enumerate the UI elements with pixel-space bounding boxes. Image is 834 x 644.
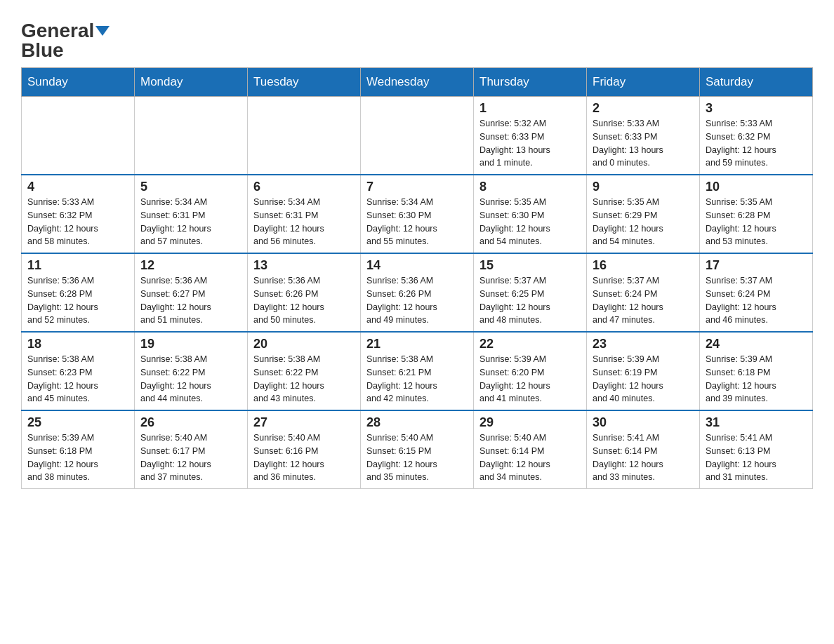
- day-number: 2: [593, 101, 694, 116]
- day-number: 7: [366, 180, 468, 194]
- day-number: 13: [253, 258, 355, 273]
- weekday-header-tuesday: Tuesday: [248, 68, 361, 97]
- day-info: Sunrise: 5:38 AMSunset: 6:21 PMDaylight:…: [366, 353, 468, 405]
- calendar-cell: 14Sunrise: 5:36 AMSunset: 6:26 PMDayligh…: [361, 253, 474, 332]
- calendar-cell: 30Sunrise: 5:41 AMSunset: 6:14 PMDayligh…: [587, 410, 700, 489]
- calendar-cell: 26Sunrise: 5:40 AMSunset: 6:17 PMDayligh…: [135, 410, 248, 489]
- calendar-week-row: 11Sunrise: 5:36 AMSunset: 6:28 PMDayligh…: [22, 253, 813, 332]
- calendar-cell: [248, 97, 361, 175]
- page-header: General Blue: [21, 14, 813, 60]
- calendar-cell: 23Sunrise: 5:39 AMSunset: 6:19 PMDayligh…: [587, 332, 700, 410]
- calendar-week-row: 18Sunrise: 5:38 AMSunset: 6:23 PMDayligh…: [22, 332, 813, 410]
- day-info: Sunrise: 5:36 AMSunset: 6:27 PMDaylight:…: [140, 274, 241, 327]
- calendar-cell: [361, 97, 474, 175]
- calendar-week-row: 4Sunrise: 5:33 AMSunset: 6:32 PMDaylight…: [22, 175, 813, 253]
- day-info: Sunrise: 5:37 AMSunset: 6:25 PMDaylight:…: [479, 274, 581, 327]
- calendar-cell: 13Sunrise: 5:36 AMSunset: 6:26 PMDayligh…: [248, 253, 361, 332]
- day-info: Sunrise: 5:40 AMSunset: 6:17 PMDaylight:…: [140, 431, 241, 484]
- day-info: Sunrise: 5:35 AMSunset: 6:30 PMDaylight:…: [479, 196, 581, 248]
- day-info: Sunrise: 5:36 AMSunset: 6:26 PMDaylight:…: [253, 274, 355, 327]
- calendar-cell: 24Sunrise: 5:39 AMSunset: 6:18 PMDayligh…: [700, 332, 813, 410]
- day-number: 14: [366, 258, 468, 273]
- calendar-cell: 7Sunrise: 5:34 AMSunset: 6:30 PMDaylight…: [361, 175, 474, 253]
- calendar-cell: 22Sunrise: 5:39 AMSunset: 6:20 PMDayligh…: [474, 332, 587, 410]
- weekday-header-row: SundayMondayTuesdayWednesdayThursdayFrid…: [22, 68, 813, 97]
- day-info: Sunrise: 5:38 AMSunset: 6:22 PMDaylight:…: [253, 353, 355, 405]
- calendar-cell: 25Sunrise: 5:39 AMSunset: 6:18 PMDayligh…: [22, 410, 135, 489]
- calendar-cell: 1Sunrise: 5:32 AMSunset: 6:33 PMDaylight…: [474, 97, 587, 175]
- day-info: Sunrise: 5:32 AMSunset: 6:33 PMDaylight:…: [479, 117, 581, 170]
- weekday-header-wednesday: Wednesday: [361, 68, 474, 97]
- day-number: 20: [253, 337, 355, 351]
- logo-blue: Blue: [21, 41, 64, 60]
- calendar-week-row: 25Sunrise: 5:39 AMSunset: 6:18 PMDayligh…: [22, 410, 813, 489]
- day-info: Sunrise: 5:39 AMSunset: 6:19 PMDaylight:…: [593, 353, 694, 405]
- day-info: Sunrise: 5:40 AMSunset: 6:14 PMDaylight:…: [479, 431, 581, 484]
- calendar-cell: 15Sunrise: 5:37 AMSunset: 6:25 PMDayligh…: [474, 253, 587, 332]
- day-number: 5: [140, 180, 241, 194]
- calendar-cell: 21Sunrise: 5:38 AMSunset: 6:21 PMDayligh…: [361, 332, 474, 410]
- day-info: Sunrise: 5:34 AMSunset: 6:30 PMDaylight:…: [366, 196, 468, 248]
- day-number: 17: [706, 258, 807, 273]
- calendar-cell: 10Sunrise: 5:35 AMSunset: 6:28 PMDayligh…: [700, 175, 813, 253]
- day-info: Sunrise: 5:35 AMSunset: 6:28 PMDaylight:…: [706, 196, 807, 248]
- day-info: Sunrise: 5:39 AMSunset: 6:20 PMDaylight:…: [479, 353, 581, 405]
- calendar-cell: 16Sunrise: 5:37 AMSunset: 6:24 PMDayligh…: [587, 253, 700, 332]
- day-number: 28: [366, 415, 468, 430]
- calendar-cell: 8Sunrise: 5:35 AMSunset: 6:30 PMDaylight…: [474, 175, 587, 253]
- day-info: Sunrise: 5:38 AMSunset: 6:23 PMDaylight:…: [27, 353, 128, 405]
- weekday-header-saturday: Saturday: [700, 68, 813, 97]
- day-number: 3: [706, 101, 807, 116]
- day-info: Sunrise: 5:34 AMSunset: 6:31 PMDaylight:…: [253, 196, 355, 248]
- logo-triangle-icon: [95, 26, 110, 36]
- calendar-week-row: 1Sunrise: 5:32 AMSunset: 6:33 PMDaylight…: [22, 97, 813, 175]
- calendar-cell: 20Sunrise: 5:38 AMSunset: 6:22 PMDayligh…: [248, 332, 361, 410]
- day-info: Sunrise: 5:33 AMSunset: 6:33 PMDaylight:…: [593, 117, 694, 170]
- calendar-cell: 17Sunrise: 5:37 AMSunset: 6:24 PMDayligh…: [700, 253, 813, 332]
- day-info: Sunrise: 5:36 AMSunset: 6:28 PMDaylight:…: [27, 274, 128, 327]
- day-info: Sunrise: 5:39 AMSunset: 6:18 PMDaylight:…: [706, 353, 807, 405]
- day-number: 27: [253, 415, 355, 430]
- weekday-header-thursday: Thursday: [474, 68, 587, 97]
- day-info: Sunrise: 5:41 AMSunset: 6:14 PMDaylight:…: [593, 431, 694, 484]
- day-number: 15: [479, 258, 581, 273]
- day-number: 16: [593, 258, 694, 273]
- day-number: 22: [479, 337, 581, 351]
- day-number: 8: [479, 180, 581, 194]
- weekday-header-sunday: Sunday: [22, 68, 135, 97]
- day-info: Sunrise: 5:40 AMSunset: 6:15 PMDaylight:…: [366, 431, 468, 484]
- calendar-table: SundayMondayTuesdayWednesdayThursdayFrid…: [21, 67, 813, 489]
- calendar-cell: 12Sunrise: 5:36 AMSunset: 6:27 PMDayligh…: [135, 253, 248, 332]
- day-number: 31: [706, 415, 807, 430]
- day-info: Sunrise: 5:37 AMSunset: 6:24 PMDaylight:…: [706, 274, 807, 327]
- calendar-cell: 19Sunrise: 5:38 AMSunset: 6:22 PMDayligh…: [135, 332, 248, 410]
- calendar-cell: 28Sunrise: 5:40 AMSunset: 6:15 PMDayligh…: [361, 410, 474, 489]
- calendar-cell: 29Sunrise: 5:40 AMSunset: 6:14 PMDayligh…: [474, 410, 587, 489]
- day-info: Sunrise: 5:38 AMSunset: 6:22 PMDaylight:…: [140, 353, 241, 405]
- day-info: Sunrise: 5:41 AMSunset: 6:13 PMDaylight:…: [706, 431, 807, 484]
- day-info: Sunrise: 5:39 AMSunset: 6:18 PMDaylight:…: [27, 431, 128, 484]
- day-info: Sunrise: 5:40 AMSunset: 6:16 PMDaylight:…: [253, 431, 355, 484]
- day-number: 12: [140, 258, 241, 273]
- calendar-cell: 5Sunrise: 5:34 AMSunset: 6:31 PMDaylight…: [135, 175, 248, 253]
- weekday-header-monday: Monday: [135, 68, 248, 97]
- day-info: Sunrise: 5:35 AMSunset: 6:29 PMDaylight:…: [593, 196, 694, 248]
- calendar-cell: 31Sunrise: 5:41 AMSunset: 6:13 PMDayligh…: [700, 410, 813, 489]
- calendar-cell: 11Sunrise: 5:36 AMSunset: 6:28 PMDayligh…: [22, 253, 135, 332]
- day-number: 9: [593, 180, 694, 194]
- day-info: Sunrise: 5:36 AMSunset: 6:26 PMDaylight:…: [366, 274, 468, 327]
- weekday-header-friday: Friday: [587, 68, 700, 97]
- calendar-cell: 2Sunrise: 5:33 AMSunset: 6:33 PMDaylight…: [587, 97, 700, 175]
- day-number: 23: [593, 337, 694, 351]
- day-number: 19: [140, 337, 241, 351]
- calendar-cell: [22, 97, 135, 175]
- day-number: 30: [593, 415, 694, 430]
- day-number: 10: [706, 180, 807, 194]
- day-number: 4: [27, 180, 128, 194]
- calendar-cell: 18Sunrise: 5:38 AMSunset: 6:23 PMDayligh…: [22, 332, 135, 410]
- logo-general: General: [21, 21, 94, 41]
- calendar-cell: 6Sunrise: 5:34 AMSunset: 6:31 PMDaylight…: [248, 175, 361, 253]
- day-number: 21: [366, 337, 468, 351]
- calendar-cell: 4Sunrise: 5:33 AMSunset: 6:32 PMDaylight…: [22, 175, 135, 253]
- day-number: 11: [27, 258, 128, 273]
